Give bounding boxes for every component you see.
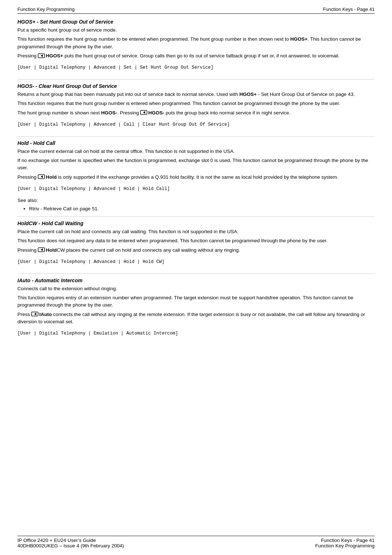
bullet-list-hold-hold-call: Rtriv - Retrieve Call on page 51.	[29, 206, 375, 211]
section-code-iauto: [User | Digital Telephony | Emulation | …	[17, 328, 375, 339]
section-title-holdcw: HoldCW - Hold Call Waiting	[17, 220, 375, 226]
page-wrapper: Function Key Programming Function Keys -…	[0, 0, 392, 555]
footer-left-line2: 40DHB0002UKEG – Issue 4 (9th February 20…	[17, 543, 124, 548]
footer-right: Function Keys - Page 41 Function Key Pro…	[315, 538, 375, 548]
see-also-label-hold-hold-call: See also:	[17, 197, 375, 204]
footer-left-line1: IP Office 2420 + EU24 User’s Guide	[17, 538, 124, 543]
svg-marker-1	[41, 54, 43, 57]
section-para-hgos-minus-2: The hunt group number is shown next HGOS…	[17, 109, 375, 117]
section-code-hold-hold-call: [User | Digital Telephony | Advanced | H…	[17, 183, 375, 195]
section-para-hgos-plus-2: Pressing HGOS+ puts the hunt group out o…	[17, 52, 375, 60]
section-code-hgos-minus: [User | Digital Telephony | Advanced | C…	[17, 119, 375, 130]
section-para-iauto-0: Connects call to the extension without r…	[17, 285, 375, 292]
section-para-hold-hold-call-0: Place the current external call on hold …	[17, 148, 375, 155]
header-right: Function Keys - Page 41	[323, 7, 375, 12]
page-header: Function Key Programming Function Keys -…	[17, 7, 375, 14]
section-para-iauto-2: Press IAuto connects the call without an…	[17, 311, 375, 326]
svg-marker-7	[41, 248, 43, 251]
section-title-hgos-plus: HGOS+ - Set Hunt Group Out of Service	[17, 19, 375, 25]
footer-right-line2: Function Key Programming	[315, 543, 375, 548]
section-iauto: IAuto - Automatic IntercomConnects call …	[17, 278, 375, 345]
section-code-hgos-plus: [User | Digital Telephony | Advanced | S…	[17, 62, 375, 73]
section-para-holdcw-0: Place the current call on hold and conne…	[17, 228, 375, 235]
svg-marker-3	[143, 111, 145, 114]
section-para-hold-hold-call-2: Pressing Hold is only supported if the e…	[17, 174, 375, 181]
bullet-item: Rtriv - Retrieve Call on page 51.	[29, 206, 375, 211]
section-para-hgos-minus-0: Returns a hunt group that has been manua…	[17, 91, 375, 98]
section-para-hold-hold-call-1: If no exchange slot number is specified …	[17, 157, 375, 172]
footer-left: IP Office 2420 + EU24 User’s Guide 40DHB…	[17, 538, 124, 548]
section-para-holdcw-2: Pressing HoldCW places the current call …	[17, 247, 375, 254]
svg-marker-5	[41, 175, 43, 178]
section-hgos-minus: HGOS- - Clear Hunt Group Out of ServiceR…	[17, 83, 375, 137]
section-para-hgos-plus-1: This function requires the hunt group nu…	[17, 36, 375, 50]
section-para-hgos-minus-1: This function requires that the hunt gro…	[17, 100, 375, 107]
section-para-holdcw-1: This function does not required any data…	[17, 237, 375, 244]
footer-right-line1: Function Keys - Page 41	[315, 538, 375, 543]
section-hgos-plus: HGOS+ - Set Hunt Group Out of ServicePut…	[17, 19, 375, 80]
sections-container: HGOS+ - Set Hunt Group Out of ServicePut…	[17, 19, 375, 345]
section-para-iauto-1: This function requires entry of an exten…	[17, 294, 375, 309]
section-title-hgos-minus: HGOS- - Clear Hunt Group Out of Service	[17, 83, 375, 89]
section-para-hgos-plus-0: Put a specific hunt group out of service…	[17, 27, 375, 34]
page-footer: IP Office 2420 + EU24 User’s Guide 40DHB…	[17, 536, 375, 548]
section-title-hold-hold-call: Hold - Hold Call	[17, 140, 375, 146]
section-hold-hold-call: Hold - Hold CallPlace the current extern…	[17, 140, 375, 217]
svg-marker-9	[34, 313, 36, 315]
header-left: Function Key Programming	[17, 7, 75, 12]
section-title-iauto: IAuto - Automatic Intercom	[17, 278, 375, 283]
section-holdcw: HoldCW - Hold Call WaitingPlace the curr…	[17, 220, 375, 274]
section-code-holdcw: [User | Digital Telephony | Advanced | H…	[17, 256, 375, 268]
